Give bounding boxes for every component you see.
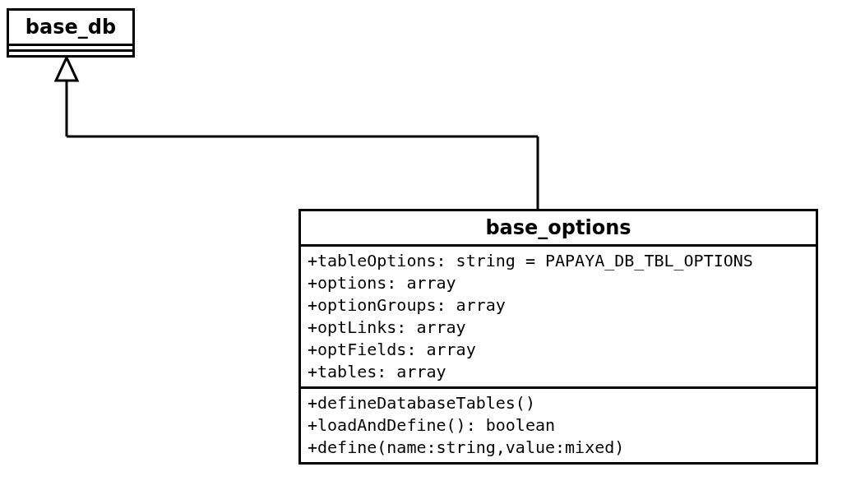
- svg-marker-3: [56, 58, 77, 81]
- class-methods-empty: [9, 52, 132, 55]
- attr-row: +optFields: array: [308, 339, 809, 361]
- attr-row: +tableOptions: string = PAPAYA_DB_TBL_OP…: [308, 250, 809, 272]
- uml-class-base-options: base_options +tableOptions: string = PAP…: [298, 209, 818, 465]
- attr-row: +tables: array: [308, 361, 809, 383]
- method-row: +loadAndDefine(): boolean: [308, 414, 809, 437]
- class-attrs-empty: [9, 46, 132, 52]
- class-methods: +defineDatabaseTables() +loadAndDefine()…: [301, 389, 816, 462]
- attr-row: +optionGroups: array: [308, 294, 809, 317]
- method-row: +defineDatabaseTables(): [308, 392, 809, 414]
- class-title: base_db: [9, 11, 132, 46]
- class-title: base_options: [301, 211, 816, 247]
- attr-row: +options: array: [308, 272, 809, 294]
- method-row: +define(name:string,value:mixed): [308, 437, 809, 459]
- attr-row: +optLinks: array: [308, 317, 809, 339]
- uml-class-base-db: base_db: [7, 8, 135, 58]
- class-attributes: +tableOptions: string = PAPAYA_DB_TBL_OP…: [301, 247, 816, 389]
